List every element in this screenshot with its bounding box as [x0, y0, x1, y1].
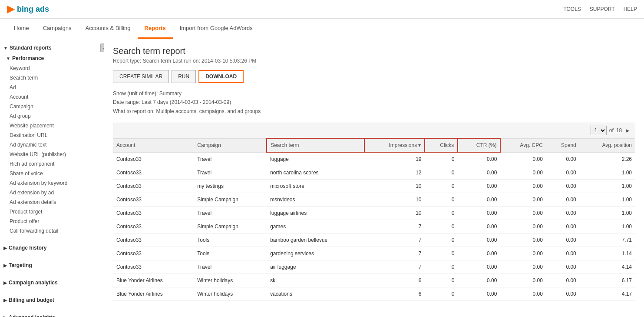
table-cell: Contoso33 [113, 234, 194, 247]
table-cell: 0.00 [546, 193, 580, 207]
sidebar-subsection-performance[interactable]: ▼ Performance [0, 53, 104, 63]
table-cell: Contoso33 [113, 166, 194, 180]
nav-home[interactable]: Home [7, 19, 36, 39]
table-cell: 0.00 [546, 234, 580, 247]
table-cell: 0.00 [500, 274, 546, 287]
table-row: Contoso33Travelluggage airlines1000.000.… [113, 207, 635, 220]
table-cell: 7 [364, 220, 425, 234]
create-similar-button[interactable]: CREATE SIMILAR [113, 70, 169, 83]
sidebar-item-ad[interactable]: Ad [0, 83, 104, 92]
col-impressions[interactable]: Impressions ▾ [364, 138, 425, 152]
sidebar-item-ad-extension-details[interactable]: Ad extension details [0, 197, 104, 207]
sidebar-item-ad-extension-keyword[interactable]: Ad extension by keyword [0, 178, 104, 188]
table-cell: 0.00 [458, 247, 500, 260]
sidebar-item-ad-dynamic-text[interactable]: Ad dynamic text [0, 140, 104, 150]
table-cell: Blue Yonder Airlines [113, 287, 194, 301]
sidebar-section-title-campaign-analytics[interactable]: ▶ Campaign analytics [0, 277, 104, 288]
sidebar-section-title-advanced-insights[interactable]: ▶ Advanced insights [0, 312, 104, 317]
col-search-term[interactable]: Search term [267, 138, 364, 152]
sidebar-item-keyword[interactable]: Keyword [0, 63, 104, 73]
table-row: Blue Yonder AirlinesWinter holidaysski60… [113, 274, 635, 287]
sidebar-item-website-placement[interactable]: Website placement [0, 121, 104, 130]
logo: ▶ bing ads [7, 3, 49, 15]
table-cell: air luggage [267, 260, 364, 274]
sidebar-section-title-billing[interactable]: ▶ Billing and budget [0, 295, 104, 305]
sidebar-item-call-forwarding[interactable]: Call forwarding detail [0, 226, 104, 236]
table-cell: 0.00 [458, 152, 500, 166]
table-cell: Travel [194, 260, 267, 274]
table-cell: 0.00 [458, 180, 500, 193]
col-avg-position[interactable]: Avg. position [580, 138, 635, 152]
table-cell: 0 [425, 260, 458, 274]
pagination-next-icon[interactable]: ► [624, 127, 631, 134]
table-cell: Simple Campaign [194, 220, 267, 234]
sidebar-item-search-term[interactable]: Search term [0, 73, 104, 83]
nav-import-google[interactable]: Import from Google AdWords [173, 19, 260, 39]
table-cell: 2.26 [580, 152, 635, 166]
sidebar-section-standard-reports: ▼ Standard reports ▼ Performance Keyword… [0, 39, 104, 239]
col-spend[interactable]: Spend [546, 138, 580, 152]
table-cell: 0.00 [500, 193, 546, 207]
sidebar-section-title-targeting[interactable]: ▶ Targeting [0, 260, 104, 270]
sidebar-item-product-target[interactable]: Product target [0, 207, 104, 217]
sidebar-item-ad-extension-ad[interactable]: Ad extension by ad [0, 188, 104, 197]
logo-text: bing ads [17, 5, 49, 14]
help-link[interactable]: HELP [624, 6, 637, 12]
table-cell: 0.00 [546, 180, 580, 193]
table-cell: 10 [364, 193, 425, 207]
sidebar-item-ad-group[interactable]: Ad group [0, 111, 104, 121]
table-cell: 0 [425, 207, 458, 220]
table-cell: 0.00 [500, 260, 546, 274]
top-bar: ▶ bing ads TOOLS SUPPORT HELP [0, 0, 644, 19]
pagination-total: 18 [616, 127, 622, 133]
sidebar-item-rich-ad-component[interactable]: Rich ad component [0, 159, 104, 169]
table-cell: 0.00 [546, 220, 580, 234]
support-link[interactable]: SUPPORT [590, 6, 615, 12]
col-account[interactable]: Account [113, 138, 194, 152]
campaign-analytics-arrow: ▶ [3, 280, 7, 285]
col-avg-cpc[interactable]: Avg. CPC [500, 138, 546, 152]
tools-link[interactable]: TOOLS [563, 6, 581, 12]
table-cell: 7 [364, 260, 425, 274]
col-ctr[interactable]: CTR (%) [458, 138, 500, 152]
table-row: Contoso33Toolsgardening services700.000.… [113, 247, 635, 260]
sidebar-item-share-of-voice[interactable]: Share of voice [0, 169, 104, 178]
download-button[interactable]: DOWNLOAD [198, 70, 244, 83]
table-cell: 0.00 [458, 193, 500, 207]
table-cell: Contoso33 [113, 193, 194, 207]
col-campaign[interactable]: Campaign [194, 138, 267, 152]
table-cell: 0 [425, 274, 458, 287]
col-clicks[interactable]: Clicks [425, 138, 458, 152]
sidebar-item-campaign[interactable]: Campaign [0, 102, 104, 111]
table-cell: 7 [364, 247, 425, 260]
sidebar-section-title-change-history[interactable]: ▶ Change history [0, 243, 104, 253]
table-header-row: Account Campaign Search term Impressions… [113, 138, 635, 152]
table-row: Contoso33Simple Campaignmsnvideos1000.00… [113, 193, 635, 207]
table-cell: Contoso33 [113, 260, 194, 274]
nav-reports[interactable]: Reports [138, 19, 173, 39]
table-cell: 12 [364, 166, 425, 180]
table-cell: 1.00 [580, 193, 635, 207]
table-cell: games [267, 220, 364, 234]
sidebar-item-website-url-publisher[interactable]: Website URL (publisher) [0, 150, 104, 159]
sidebar-item-account[interactable]: Account [0, 92, 104, 102]
sidebar-section-title-standard-reports[interactable]: ▼ Standard reports [0, 43, 104, 53]
table-cell: 0.00 [546, 166, 580, 180]
sidebar-item-destination-url[interactable]: Destination URL [0, 130, 104, 140]
main-layout: ◀ ▼ Standard reports ▼ Performance Keywo… [0, 39, 644, 317]
table-cell: 7.71 [580, 234, 635, 247]
table-cell: vacations [267, 287, 364, 301]
nav-accounts-billing[interactable]: Accounts & Billing [78, 19, 137, 39]
sidebar-item-product-offer[interactable]: Product offer [0, 217, 104, 226]
table-cell: Travel [194, 166, 267, 180]
table-cell: 0.00 [546, 274, 580, 287]
run-button[interactable]: RUN [172, 70, 196, 83]
page-select[interactable]: 1 [591, 126, 607, 135]
table-row: Contoso33Simple Campaigngames700.000.000… [113, 220, 635, 234]
nav-campaigns[interactable]: Campaigns [36, 19, 79, 39]
table-cell: my testings [194, 180, 267, 193]
table-cell: 0.00 [458, 274, 500, 287]
table-cell: 4.14 [580, 260, 635, 274]
billing-label: Billing and budget [9, 297, 54, 303]
sidebar-collapse-button[interactable]: ◀ [100, 43, 104, 52]
